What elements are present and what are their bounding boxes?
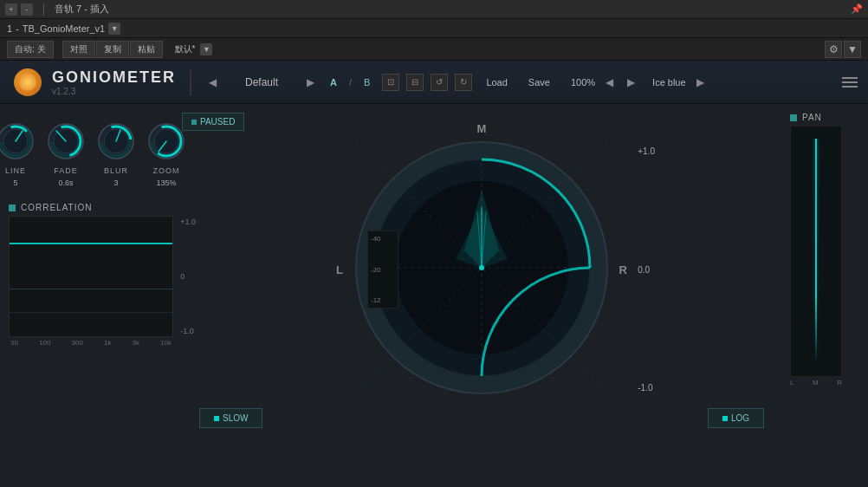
correlation-display-wrap: +1.0 0 -1.0	[9, 216, 173, 337]
plugin-header: GONIOMETER v1.2.3 ◀ Default ▶ A / B ⊡ ⊟ …	[0, 61, 868, 104]
paste-button[interactable]: 粘贴	[130, 41, 163, 58]
fade-knob-container: FADE 0.6s	[44, 120, 87, 187]
correlation-x-labels: 30 100 300 1k 3k 10k	[9, 339, 173, 347]
zoom-value: 100%	[571, 77, 595, 88]
auto-button[interactable]: 自动: 关	[7, 41, 54, 58]
track-number: 1	[7, 23, 12, 34]
gear-button[interactable]: ⚙	[825, 41, 842, 58]
plugin-nav: ◀ Default ▶ A / B ⊡ ⊟ ↺ ↻ Load Save 100%…	[205, 74, 854, 91]
compare-button[interactable]: 对照	[62, 41, 95, 58]
toolbar-default-dropdown: 默认* ▼	[172, 43, 213, 55]
copy-button[interactable]: 复制	[96, 41, 129, 58]
pan-x-m: M	[813, 379, 819, 386]
blur-knob-value: 3	[113, 179, 118, 187]
pan-glow	[813, 139, 819, 363]
preset-name: Default	[227, 76, 296, 88]
add-track-button[interactable]: +	[5, 3, 17, 16]
header-divider	[190, 69, 191, 95]
plugin-logo	[14, 68, 42, 96]
line-knob-value: 5	[13, 179, 17, 187]
correlation-bottom-line	[10, 312, 172, 313]
correlation-title: CORRELATION	[21, 203, 93, 212]
copy-preset-button[interactable]: ⊡	[382, 74, 399, 91]
plugin-menu-button[interactable]	[842, 77, 858, 88]
db-label-40: -40	[371, 235, 395, 243]
plugin-title: GONIOMETER	[52, 68, 176, 87]
bottom-buttons: SLOW LOG	[182, 408, 781, 428]
db-scale-box: -40 -20 -12	[367, 231, 398, 308]
slow-label: SLOW	[223, 413, 248, 423]
zoom-prev-button[interactable]: ◀	[602, 75, 617, 90]
prev-preset-button[interactable]: ◀	[205, 75, 220, 90]
next-preset-button[interactable]: ▶	[303, 75, 318, 90]
pan-x-labels: L M R	[790, 379, 842, 386]
toolbar-group-actions: 对照 复制 粘贴	[62, 41, 163, 58]
default-dropdown-button[interactable]: ▼	[200, 43, 212, 55]
plugin-version: v1.2.3	[52, 87, 176, 96]
gonio-side-labels: +1.0 0.0 -1.0	[638, 138, 655, 401]
theme-next-button[interactable]: ▶	[693, 75, 708, 90]
remove-track-button[interactable]: -	[21, 3, 33, 16]
ab-a-button[interactable]: A	[325, 75, 342, 89]
title-divider	[43, 3, 44, 16]
log-indicator	[722, 416, 728, 421]
correlation-signal-line	[10, 243, 172, 244]
label-r: R	[619, 263, 627, 276]
correlation-center-line	[10, 289, 172, 289]
pan-panel-header: PAN	[790, 113, 859, 122]
db-label-12: -12	[371, 296, 395, 304]
undo-button[interactable]: ↺	[431, 74, 448, 91]
pin-icon[interactable]: 📌	[851, 3, 863, 15]
knobs-row: LINE 5 FADE 0.6s	[9, 113, 173, 194]
right-panel: PAN 10k 3k 1k 300 100 30	[790, 113, 859, 478]
paste-preset-button[interactable]: ⊟	[406, 74, 424, 91]
label-m: M	[477, 122, 487, 135]
log-button[interactable]: LOG	[708, 408, 764, 428]
paused-label: PAUSED	[200, 117, 235, 127]
track-dropdown-button[interactable]: ▼	[108, 23, 120, 35]
fade-knob-svg	[44, 120, 87, 163]
corr-x-3k: 3k	[133, 339, 139, 347]
window-title: 音轨 7 - 插入	[55, 3, 844, 16]
fade-knob-label: FADE	[54, 166, 78, 175]
side-label-mid: 0.0	[638, 265, 655, 275]
plugin-title-block: GONIOMETER v1.2.3	[52, 68, 176, 96]
gear-dropdown-button[interactable]: ▼	[844, 41, 861, 58]
line-knob[interactable]	[0, 120, 37, 163]
fade-knob[interactable]	[44, 120, 87, 163]
redo-button[interactable]: ↻	[455, 74, 472, 91]
corr-x-100: 100	[39, 339, 50, 347]
pan-title: PAN	[802, 113, 822, 122]
track-bar: 1 - TB_GonioMeter_v1 ▼	[0, 19, 868, 38]
slow-button[interactable]: SLOW	[199, 408, 262, 428]
db-label-20: -20	[371, 266, 395, 274]
slow-indicator	[214, 416, 219, 421]
paused-button[interactable]: PAUSED	[182, 113, 244, 131]
track-dash: -	[16, 23, 19, 34]
correlation-panel: CORRELATION +1.0 0 -1.0	[9, 203, 173, 478]
pan-display-wrap: 10k 3k 1k 300 100 30	[790, 126, 859, 377]
corr-x-30: 30	[10, 339, 18, 347]
blur-knob[interactable]	[94, 120, 138, 163]
blur-knob-svg	[94, 120, 138, 163]
line-knob-container: LINE 5	[0, 120, 37, 187]
pan-x-r: R	[837, 379, 842, 386]
label-l: L	[336, 263, 343, 276]
corr-x-1k: 1k	[104, 339, 111, 347]
default-label: 默认*	[172, 43, 199, 55]
blur-knob-label: BLUR	[104, 166, 128, 175]
load-button[interactable]: Load	[479, 75, 514, 89]
toolbar: 自动: 关 对照 复制 粘贴 默认* ▼ ⚙ ▼	[0, 38, 868, 61]
corr-x-300: 300	[71, 339, 82, 347]
side-label-bot: -1.0	[638, 383, 655, 393]
track-selector: 1 - TB_GonioMeter_v1 ▼	[7, 23, 120, 35]
zoom-next-button[interactable]: ▶	[624, 75, 638, 90]
side-label-top: +1.0	[638, 146, 655, 156]
center-panel: PAUSED M L R +1.0 0.0 -1.0 -40 -20	[182, 113, 781, 478]
title-bar-controls: + -	[5, 3, 33, 16]
svg-point-32	[479, 265, 484, 270]
save-button[interactable]: Save	[521, 75, 557, 89]
zoom-knob-label: ZOOM	[153, 166, 180, 175]
track-name: TB_GonioMeter_v1	[23, 23, 105, 34]
ab-b-button[interactable]: B	[359, 75, 375, 89]
